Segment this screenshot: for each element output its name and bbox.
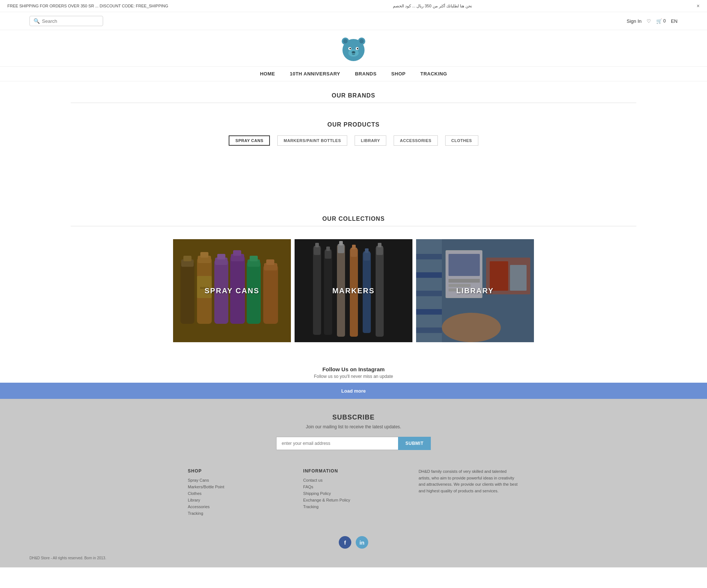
footer-link-contact[interactable]: Contact us (303, 478, 404, 482)
language-selector[interactable]: EN (671, 18, 678, 24)
nav-tracking[interactable]: TRACKING (420, 71, 447, 77)
load-more-label: Load more (341, 388, 366, 394)
markers-label: MARKERS (332, 287, 374, 295)
copyright-text: DH&D Store - All rights reserved. Born i… (29, 556, 106, 560)
logo-bear[interactable] (339, 34, 368, 63)
footer-about-text: DH&D family consists of very skilled and… (419, 468, 519, 494)
footer-link-markers[interactable]: Markers/Bottle Point (188, 485, 288, 489)
search-box[interactable]: 🔍 (29, 16, 103, 26)
search-input[interactable] (42, 18, 99, 24)
nav-home[interactable]: HOME (260, 71, 275, 77)
brands-divider (71, 103, 636, 103)
spray-cans-label: SPRAY CANS (205, 287, 260, 295)
footer-info-col: INFORMATION Contact us FAQs Shipping Pol… (303, 468, 404, 518)
cart-icon: 🛒 (656, 18, 662, 24)
footer-link-tracking[interactable]: Tracking (188, 511, 288, 516)
footer-link-exchange[interactable]: Exchange & Return Policy (303, 498, 404, 502)
product-tabs: SPRAY CANS MARKERS/PAINT BOTTLES LIBRARY… (0, 132, 707, 153)
footer-about-col: DH&D family consists of very skilled and… (419, 468, 519, 518)
footer-link-faqs[interactable]: FAQs (303, 485, 404, 489)
instagram-icon[interactable]: in (356, 536, 368, 549)
subscribe-section: SUBSCRIBE Join our mailing list to recei… (0, 399, 707, 461)
products-title: OUR PRODUCTS (0, 110, 707, 132)
tab-markers-paint-bottles[interactable]: MARKERS/PAINT BOTTLES (277, 135, 347, 146)
tab-accessories[interactable]: ACCESSORIES (394, 135, 438, 146)
footer-info-title: INFORMATION (303, 468, 404, 474)
collections-grid: GOLD SPRAY CANS (0, 234, 707, 348)
tab-library[interactable]: LIBRARY (355, 135, 386, 146)
footer-link-accessories[interactable]: Accessories (188, 504, 288, 509)
footer: SHOP Spray Cans Markers/Bottle Point Clo… (0, 461, 707, 529)
social-icons: f in (0, 529, 707, 552)
subscribe-email-input[interactable] (276, 437, 398, 450)
facebook-icon[interactable]: f (339, 536, 351, 549)
announcement-close-button[interactable]: × (697, 3, 700, 9)
subscribe-submit-button[interactable]: SUBMIT (398, 437, 431, 450)
announcement-bar: FREE SHIPPING FOR ORDERS OVER 350 SR ...… (0, 0, 707, 12)
main-nav: HOME 10TH ANNIVERSARY BRANDS SHOP TRACKI… (0, 66, 707, 81)
library-label: LIBRARY (456, 287, 494, 295)
collections-title: OUR COLLECTIONS (0, 205, 707, 226)
footer-link-library[interactable]: Library (188, 498, 288, 502)
svg-point-3 (343, 39, 348, 43)
instagram-subtitle: Follow us so you'll never miss an update (0, 374, 707, 379)
brands-section: OUR BRANDS (0, 81, 707, 103)
collection-card-spray[interactable]: GOLD SPRAY CANS (173, 239, 291, 342)
search-icon: 🔍 (34, 18, 40, 24)
brands-title: OUR BRANDS (0, 81, 707, 103)
svg-point-9 (357, 48, 358, 49)
svg-point-10 (352, 51, 355, 53)
instagram-title: Follow Us on Instagram (0, 366, 707, 372)
search-area: 🔍 (29, 16, 103, 26)
announcement-text-right: نحن هنا لطلباتك أكثر من 350 ريال ... كود… (393, 4, 472, 8)
products-section: OUR PRODUCTS SPRAY CANS MARKERS/PAINT BO… (0, 110, 707, 197)
subscribe-subtitle: Join our mailing list to receive the lat… (7, 424, 700, 429)
nav-brands[interactable]: BRANDS (355, 71, 377, 77)
subscribe-form: SUBMIT (276, 437, 431, 450)
footer-bottom: DH&D Store - All rights reserved. Born i… (0, 552, 707, 567)
footer-shop-title: SHOP (188, 468, 288, 474)
collections-section: OUR COLLECTIONS (0, 197, 707, 359)
svg-point-8 (349, 48, 351, 49)
collections-divider (71, 226, 636, 226)
nav-anniversary[interactable]: 10TH ANNIVERSARY (290, 71, 340, 77)
products-area (71, 153, 636, 197)
instagram-section: Follow Us on Instagram Follow us so you'… (0, 359, 707, 383)
cart-count: 0 (663, 18, 666, 24)
wishlist-icon[interactable]: ♡ (647, 18, 651, 24)
footer-shop-col: SHOP Spray Cans Markers/Bottle Point Clo… (188, 468, 288, 518)
nav-shop[interactable]: SHOP (391, 71, 406, 77)
logo-section (0, 30, 707, 66)
load-more-bar[interactable]: Load more (0, 383, 707, 399)
footer-link-clothes[interactable]: Clothes (188, 491, 288, 496)
footer-link-shipping[interactable]: Shipping Policy (303, 491, 404, 496)
signin-link[interactable]: Sign In (627, 18, 641, 24)
tab-clothes[interactable]: CLOTHES (445, 135, 478, 146)
collection-card-library[interactable]: LIBRARY (416, 239, 534, 342)
top-nav: 🔍 Sign In ♡ 🛒 0 EN (0, 12, 707, 30)
footer-grid: SHOP Spray Cans Markers/Bottle Point Clo… (188, 468, 519, 518)
footer-link-tracking2[interactable]: Tracking (303, 504, 404, 509)
announcement-text-left: FREE SHIPPING FOR ORDERS OVER 350 SR ...… (7, 4, 168, 8)
cart-icon-wrap[interactable]: 🛒 0 (656, 18, 666, 24)
subscribe-title: SUBSCRIBE (7, 414, 700, 421)
tab-spray-cans[interactable]: SPRAY CANS (229, 135, 270, 146)
collection-card-markers[interactable]: MARKERS (295, 239, 412, 342)
top-nav-right: Sign In ♡ 🛒 0 EN (627, 18, 678, 24)
footer-link-spray-cans[interactable]: Spray Cans (188, 478, 288, 482)
svg-point-4 (359, 39, 364, 43)
